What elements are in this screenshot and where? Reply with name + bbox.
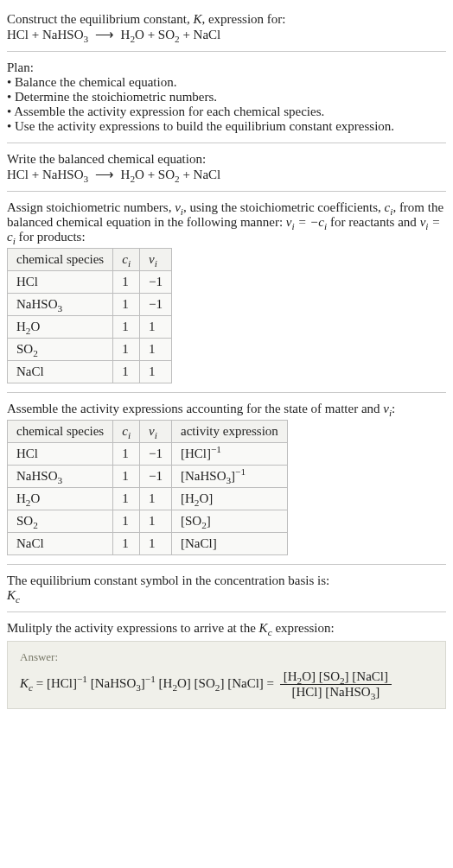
assemble-text: : [392,402,395,415]
table-cell: SO2 [8,510,113,533]
assign-text: for products: [16,230,86,244]
table-cell: 1 [113,361,140,383]
assign-text: , using the stoichiometric coefficients, [183,200,385,214]
symbol-block: The equilibrium constant symbol in the c… [7,568,446,608]
table-row: H2O11 [8,316,172,339]
divider [7,392,446,393]
table-header: ci [113,249,140,271]
table-header: chemical species [8,249,113,271]
answer-label: Answer: [20,650,433,664]
kc-symbol: Kc [259,621,272,635]
table-row: NaCl11 [8,361,172,383]
intro-text-1b: , expression for: [201,12,285,26]
activity-table: chemical species ci νi activity expressi… [7,420,288,555]
divider [7,191,446,192]
table-cell: 1 [113,294,140,316]
table-row: NaCl11[NaCl] [8,533,288,555]
table-cell: 1 [113,488,140,510]
plan-item: Assemble the activity expression for eac… [14,105,324,118]
intro-equation: HCl + NaHSO3 ⟶ H2O + SO2 + NaCl [7,28,220,41]
balanced-title: Write the balanced chemical equation: [7,152,206,166]
table-cell: NaHSO3 [8,466,113,488]
table-row: HCl1−1 [8,271,172,294]
table-cell: −1 [140,271,172,294]
table-cell: 1 [140,510,172,533]
assign-ci: ci [385,200,393,214]
table-cell: 1 [140,361,172,383]
table-row: SO211[SO2] [8,510,288,533]
table-row: H2O11[H2O] [8,488,288,510]
table-cell: 1 [113,316,140,339]
table-cell: [NaCl] [171,533,287,555]
table-row: NaHSO31−1[NaHSO3]−1 [8,466,288,488]
divider [7,611,446,612]
answer-box: Answer: Kc = [HCl]−1 [NaHSO3]−1 [H2O] [S… [7,641,446,709]
table-cell: HCl [8,271,113,294]
table-header-row: chemical species ci νi [8,249,172,271]
multiply-block: Mulitply the activity expressions to arr… [7,616,446,714]
assemble-block: Assemble the activity expressions accoun… [7,396,446,561]
table-header: ci [113,421,140,443]
table-cell: [HCl]−1 [171,443,287,466]
plan-item: Use the activity expressions to build th… [15,119,394,133]
assemble-text: Assemble the activity expressions accoun… [7,402,383,415]
table-cell: 1 [113,510,140,533]
table-cell: −1 [140,443,172,466]
plan-block: Plan: • Balance the chemical equation. •… [7,55,446,139]
divider [7,51,446,52]
table-cell: [SO2] [171,510,287,533]
assign-text: Assign stoichiometric numbers, [7,200,175,214]
intro-block: Construct the equilibrium constant, K, e… [7,7,446,48]
plan-title: Plan: [7,60,34,74]
table-cell: 1 [113,443,140,466]
table-cell: 1 [140,533,172,555]
table-row: SO211 [8,339,172,361]
intro-K: K [193,12,201,26]
table-header-row: chemical species ci νi activity expressi… [8,421,288,443]
table-cell: 1 [113,271,140,294]
answer-expression: Kc = [HCl]−1 [NaHSO3]−1 [H2O] [SO2] [NaC… [20,669,433,700]
multiply-text: Mulitply the activity expressions to arr… [7,621,259,635]
table-cell: 1 [140,339,172,361]
table-header: νi [140,421,172,443]
assign-text: for reactants and [327,215,419,229]
intro-text-1: Construct the equilibrium constant, [7,12,193,26]
table-cell: [H2O] [171,488,287,510]
table-cell: −1 [140,294,172,316]
plan-item: Determine the stoichiometric numbers. [15,90,217,104]
table-cell: NaHSO3 [8,294,113,316]
multiply-text: expression: [272,621,335,635]
table-cell: 1 [113,533,140,555]
table-row: NaHSO31−1 [8,294,172,316]
stoich-table: chemical species ci νi HCl1−1 NaHSO31−1 … [7,248,172,383]
table-cell: NaCl [8,361,113,383]
divider [7,143,446,143]
symbol-line: The equilibrium constant symbol in the c… [7,573,329,587]
plan-item: Balance the chemical equation. [15,75,176,89]
assign-block: Assign stoichiometric numbers, νi, using… [7,195,446,389]
table-cell: 1 [113,339,140,361]
table-cell: HCl [8,443,113,466]
table-header: chemical species [8,421,113,443]
divider [7,564,446,565]
table-cell: [NaHSO3]−1 [171,466,287,488]
table-cell: H2O [8,316,113,339]
assign-rel1: νi = −ci [286,215,327,229]
kc-symbol: Kc [7,588,20,602]
table-cell: 1 [140,488,172,510]
balanced-block: Write the balanced chemical equation: HC… [7,147,446,187]
assemble-nu: νi [383,402,392,415]
table-cell: H2O [8,488,113,510]
table-cell: NaCl [8,533,113,555]
table-header: activity expression [171,421,287,443]
balanced-equation: HCl + NaHSO3 ⟶ H2O + SO2 + NaCl [7,168,220,181]
table-cell: 1 [140,316,172,339]
table-header: νi [140,249,172,271]
table-row: HCl1−1[HCl]−1 [8,443,288,466]
assign-nu: νi [175,200,183,214]
table-cell: SO2 [8,339,113,361]
table-cell: −1 [140,466,172,488]
table-cell: 1 [113,466,140,488]
